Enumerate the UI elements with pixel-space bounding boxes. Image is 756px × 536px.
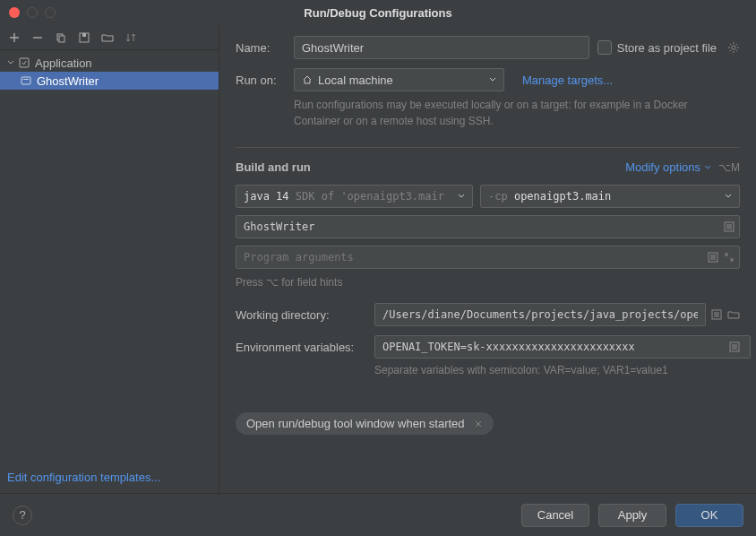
list-icon[interactable]: [711, 309, 722, 320]
field-hints: Press ⌥ for field hints: [236, 276, 740, 289]
tree-category-label: Application: [35, 56, 92, 70]
sort-icon[interactable]: [124, 30, 138, 45]
minimize-window-button[interactable]: [27, 7, 38, 18]
browse-icon[interactable]: [727, 309, 740, 320]
sidebar: Application GhostWriter Edit configurati…: [0, 25, 219, 493]
working-directory-label: Working directory:: [236, 308, 374, 322]
gear-icon[interactable]: [727, 41, 740, 54]
copy-icon[interactable]: [54, 30, 68, 45]
env-vars-label: Environment variables:: [236, 341, 374, 354]
sidebar-toolbar: [0, 25, 219, 50]
cancel-button[interactable]: Cancel: [521, 504, 589, 527]
list-icon[interactable]: [708, 252, 718, 263]
modify-shortcut: ⌥M: [718, 161, 740, 174]
run-on-value: Local machine: [318, 73, 393, 87]
traffic-lights: [9, 7, 56, 18]
list-icon[interactable]: [729, 341, 740, 352]
config-icon: [20, 74, 32, 87]
run-on-select[interactable]: Local machine: [294, 68, 504, 91]
manage-targets-link[interactable]: Manage targets...: [522, 73, 613, 87]
tree-item-label: GhostWriter: [37, 74, 99, 88]
classpath-select[interactable]: -cp openaigpt3.main: [480, 185, 740, 208]
run-on-label: Run on:: [236, 73, 294, 87]
chevron-down-icon: [458, 193, 465, 200]
env-vars-input[interactable]: [374, 335, 751, 359]
footer: ? Cancel Apply OK: [0, 493, 756, 536]
svg-rect-6: [23, 79, 29, 80]
name-label: Name:: [236, 41, 294, 55]
chevron-down-icon: [489, 76, 496, 83]
save-icon[interactable]: [77, 30, 91, 45]
build-and-run-title: Build and run: [236, 160, 311, 174]
help-button[interactable]: ?: [13, 506, 32, 525]
list-icon[interactable]: [724, 221, 735, 232]
remove-icon[interactable]: [30, 30, 45, 45]
open-tool-window-pill[interactable]: Open run/debug tool window when started: [236, 412, 494, 435]
config-tree: Application GhostWriter: [0, 50, 219, 462]
name-input[interactable]: [294, 36, 589, 59]
window-title: Run/Debug Configurations: [0, 6, 756, 20]
tree-item-ghostwriter[interactable]: GhostWriter: [0, 72, 219, 90]
svg-rect-5: [21, 77, 30, 84]
svg-rect-3: [82, 33, 86, 37]
store-as-project-checkbox[interactable]: [597, 40, 612, 55]
env-vars-hint: Separate variables with semicolon: VAR=v…: [374, 364, 740, 376]
chevron-down-icon: [5, 57, 16, 68]
chevron-down-icon: [704, 164, 711, 171]
main-class-input[interactable]: [236, 215, 740, 238]
ok-button[interactable]: OK: [675, 504, 743, 527]
divider: [236, 147, 740, 148]
content: Name: Store as project file Run on: Loca…: [219, 25, 756, 493]
jdk-select[interactable]: java 14 SDK of 'openaigpt3.mair: [236, 185, 473, 208]
expand-icon[interactable]: [724, 252, 735, 263]
close-icon[interactable]: [474, 419, 483, 428]
svg-rect-1: [59, 36, 64, 42]
working-directory-input[interactable]: [374, 303, 706, 326]
program-args-input[interactable]: [236, 246, 740, 269]
pill-label: Open run/debug tool window when started: [246, 417, 465, 430]
tree-category-application[interactable]: Application: [0, 54, 219, 72]
store-as-project-label: Store as project file: [617, 41, 717, 55]
modify-options-link[interactable]: Modify options: [625, 160, 711, 174]
svg-rect-4: [20, 58, 29, 67]
zoom-window-button[interactable]: [45, 7, 56, 18]
folder-icon[interactable]: [100, 30, 115, 45]
run-on-hint: Run configurations may be executed local…: [294, 97, 688, 129]
close-window-button[interactable]: [9, 7, 20, 18]
edit-templates-link[interactable]: Edit configuration templates...: [7, 471, 160, 484]
chevron-down-icon: [725, 193, 732, 200]
apply-button[interactable]: Apply: [598, 504, 666, 527]
titlebar: Run/Debug Configurations: [0, 0, 756, 25]
application-icon: [18, 56, 30, 69]
svg-point-7: [732, 46, 735, 49]
home-icon: [302, 74, 313, 85]
add-icon[interactable]: [7, 30, 21, 45]
